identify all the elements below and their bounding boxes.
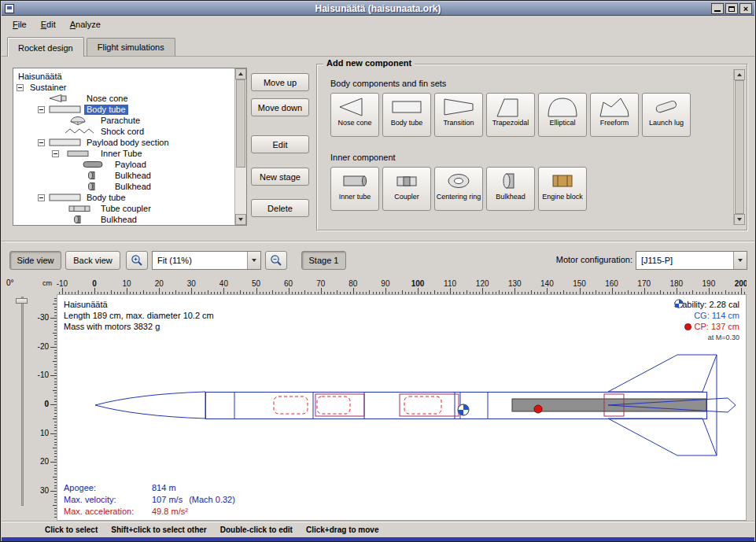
tree-row-5[interactable]: Shock cord	[14, 126, 234, 137]
launchlug-icon	[649, 96, 684, 118]
tree-row-10[interactable]: Bulkhead	[14, 181, 234, 192]
chevron-down-icon[interactable]	[733, 252, 747, 269]
menubar: FileEditAnalyze	[2, 16, 754, 32]
ruler-label: -20	[38, 342, 49, 351]
velocity-mach: (Mach 0.32)	[189, 495, 235, 504]
scroll-up-button[interactable]	[734, 69, 745, 80]
tree-row-3[interactable]: Body tube	[14, 104, 234, 115]
tree-item-label: Bulkhead	[98, 215, 139, 225]
add-component-title: Add new component	[323, 58, 415, 68]
stage-1-button[interactable]: Stage 1	[301, 251, 346, 270]
titlebar[interactable]: Haisunäätä (haisunaata.ork) ×	[2, 2, 754, 16]
tree-row-1[interactable]: Sustainer	[14, 82, 234, 93]
ruler-label: 80	[348, 279, 357, 288]
cp-value: CP: 137 cm	[695, 321, 739, 332]
tree-row-0[interactable]: Haisunäätä	[14, 71, 234, 82]
ruler-label: 10	[123, 279, 131, 288]
add-innertube-button[interactable]: Inner tube	[330, 167, 379, 211]
add-launchlug-button[interactable]: Launch lug	[642, 93, 691, 137]
add-centeringring-button[interactable]: Centering ring	[434, 167, 483, 211]
ruler-label: 40	[219, 279, 228, 288]
status-hint: Double-click to edit	[220, 525, 293, 534]
add-transition-button[interactable]: Transition	[434, 93, 483, 137]
component-tree: HaisunäätäSustainerNose coneBody tubePar…	[14, 69, 234, 224]
freeform-icon	[597, 96, 632, 118]
menu-item-analyze[interactable]: Analyze	[63, 17, 108, 31]
add-engineblock-button[interactable]: Engine block	[538, 167, 587, 211]
tree-expander-icon[interactable]	[38, 194, 45, 201]
add-nosecone-button[interactable]: Nose cone	[330, 93, 379, 137]
zoom-in-button[interactable]	[126, 251, 148, 270]
rotation-slider-thumb[interactable]	[16, 298, 28, 304]
maximize-button[interactable]	[725, 3, 738, 14]
tree-expander-icon[interactable]	[17, 84, 24, 91]
horizontal-ruler: -100102030405060708090100110120130140150…	[57, 276, 747, 294]
cg-value: CG: 114 cm	[694, 310, 739, 321]
tree-row-6[interactable]: Payload body section	[14, 137, 234, 148]
ruler-label: 70	[316, 279, 325, 288]
chevron-down-icon[interactable]	[247, 252, 260, 269]
tree-expander-icon[interactable]	[38, 139, 45, 146]
arrow-up-icon	[238, 72, 243, 76]
tree-expander-icon[interactable]	[52, 150, 59, 157]
zoom-out-button[interactable]	[265, 251, 287, 270]
tab-flight-simulations[interactable]: Flight simulations	[87, 38, 175, 56]
scroll-thumb[interactable]	[236, 79, 245, 168]
ruler-tick	[256, 288, 257, 294]
tree-row-13[interactable]: Bulkhead	[14, 214, 234, 224]
tree-row-8[interactable]: Payload	[14, 159, 234, 170]
back-view-button[interactable]: Back view	[65, 251, 120, 270]
edit-button[interactable]: Edit	[251, 135, 309, 153]
tree-row-12[interactable]: Tube coupler	[14, 203, 234, 214]
tree-item-label: Inner Tube	[98, 149, 145, 159]
scroll-up-button[interactable]	[235, 68, 246, 79]
ruler-label: -30	[38, 313, 49, 322]
add-elliptical-button[interactable]: Elliptical	[538, 93, 587, 137]
add-freeform-button[interactable]: Freeform	[590, 93, 639, 137]
rotation-slider[interactable]	[21, 297, 24, 506]
ruler-tick	[450, 288, 451, 294]
minimize-button[interactable]	[711, 3, 724, 14]
bulkhead-icon	[77, 182, 110, 191]
tree-scrollbar[interactable]	[234, 68, 246, 225]
tabstrip: Rocket design Flight simulations	[2, 32, 754, 57]
move-down-button[interactable]: Move down	[251, 98, 309, 116]
tree-row-9[interactable]: Bulkhead	[14, 170, 234, 181]
tree-row-11[interactable]: Body tube	[14, 192, 234, 203]
ruler-tick	[223, 288, 224, 294]
scroll-down-button[interactable]	[734, 214, 745, 225]
ruler-tick	[385, 288, 386, 294]
tree-row-2[interactable]: Nose cone	[14, 93, 234, 104]
ruler-tick	[94, 288, 95, 294]
new-stage-button[interactable]: New stage	[251, 168, 309, 186]
add-bulkhead-button[interactable]: Bulkhead	[486, 167, 535, 211]
scroll-down-button[interactable]	[235, 214, 246, 225]
move-up-button[interactable]: Move up	[251, 73, 309, 91]
side-view-button[interactable]: Side view	[9, 251, 61, 270]
add-trapezoidal-button[interactable]: Trapezoidal	[486, 93, 535, 137]
add-coupler-button[interactable]: Coupler	[382, 167, 431, 211]
components-scrollbar[interactable]	[733, 69, 745, 225]
stability-info: Stability: 2.28 cal CG: 114 cm CP: 137 c…	[674, 299, 739, 343]
ruler-label: 120	[476, 279, 489, 288]
tab-rocket-design[interactable]: Rocket design	[7, 37, 84, 57]
scroll-thumb[interactable]	[735, 80, 744, 214]
motor-configuration-select[interactable]: [J115-P]	[636, 251, 747, 270]
zoom-select[interactable]: Fit (11%)	[152, 251, 261, 270]
tree-row-7[interactable]: Inner Tube	[14, 148, 234, 159]
inner-components-list: Inner tubeCouplerCentering ringBulkheadE…	[330, 167, 587, 211]
menu-item-file[interactable]: File	[6, 17, 34, 31]
bottom-strip	[2, 537, 754, 542]
ruler-tick	[644, 288, 645, 294]
rocket-canvas[interactable]: Haisunäätä Length 189 cm, max. diameter …	[57, 294, 747, 521]
add-bodytube-button[interactable]: Body tube	[382, 93, 431, 137]
bodytube-icon	[49, 105, 82, 114]
innertube-icon	[337, 170, 372, 192]
component-button-label: Trapezoidal	[492, 119, 529, 127]
tree-expander-icon[interactable]	[38, 106, 45, 113]
delete-button[interactable]: Delete	[251, 199, 309, 217]
velocity-value: 107 m/s	[152, 495, 183, 504]
close-button[interactable]: ×	[739, 3, 752, 14]
menu-item-edit[interactable]: Edit	[34, 17, 63, 31]
tree-row-4[interactable]: Parachute	[14, 115, 234, 126]
